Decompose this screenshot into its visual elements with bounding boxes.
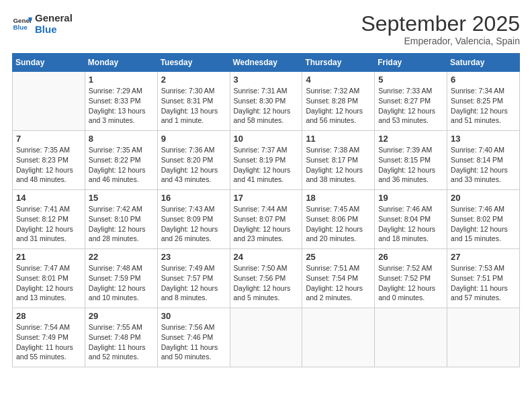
day-number: 26 (378, 252, 443, 262)
calendar-cell: 18Sunrise: 7:45 AMSunset: 8:06 PMDayligh… (302, 190, 375, 249)
day-info: Sunrise: 7:45 AMSunset: 8:06 PMDaylight:… (306, 204, 371, 244)
day-info: Sunrise: 7:48 AMSunset: 7:59 PMDaylight:… (89, 263, 154, 303)
day-number: 22 (89, 252, 154, 262)
calendar-cell: 21Sunrise: 7:47 AMSunset: 8:01 PMDayligh… (13, 249, 85, 308)
day-number: 21 (16, 252, 81, 262)
calendar-week-1: 1Sunrise: 7:29 AMSunset: 8:33 PMDaylight… (13, 72, 520, 131)
svg-text:Blue: Blue (13, 24, 28, 31)
day-info: Sunrise: 7:56 AMSunset: 7:46 PMDaylight:… (161, 322, 226, 362)
calendar-cell: 3Sunrise: 7:31 AMSunset: 8:30 PMDaylight… (230, 72, 302, 131)
calendar-cell: 13Sunrise: 7:40 AMSunset: 8:14 PMDayligh… (447, 131, 520, 190)
day-info: Sunrise: 7:34 AMSunset: 8:25 PMDaylight:… (451, 86, 516, 126)
day-info: Sunrise: 7:51 AMSunset: 7:54 PMDaylight:… (306, 263, 371, 303)
day-number: 10 (234, 134, 299, 144)
day-number: 7 (16, 134, 81, 144)
calendar-cell: 6Sunrise: 7:34 AMSunset: 8:25 PMDaylight… (447, 72, 520, 131)
day-number: 19 (378, 193, 443, 203)
calendar-cell (447, 308, 520, 367)
logo-blue: Blue (35, 24, 73, 35)
day-info: Sunrise: 7:37 AMSunset: 8:19 PMDaylight:… (234, 145, 299, 185)
calendar-cell: 7Sunrise: 7:35 AMSunset: 8:23 PMDaylight… (13, 131, 85, 190)
day-info: Sunrise: 7:44 AMSunset: 8:07 PMDaylight:… (234, 204, 299, 244)
day-info: Sunrise: 7:43 AMSunset: 8:09 PMDaylight:… (161, 204, 226, 244)
header-sunday: Sunday (13, 54, 85, 72)
day-number: 9 (161, 134, 226, 144)
day-number: 2 (161, 75, 226, 85)
calendar-cell: 10Sunrise: 7:37 AMSunset: 8:19 PMDayligh… (230, 131, 302, 190)
day-number: 18 (306, 193, 371, 203)
calendar-table: Sunday Monday Tuesday Wednesday Thursday… (12, 53, 520, 367)
day-info: Sunrise: 7:53 AMSunset: 7:51 PMDaylight:… (451, 263, 516, 303)
calendar-cell: 11Sunrise: 7:38 AMSunset: 8:17 PMDayligh… (302, 131, 375, 190)
calendar-week-3: 14Sunrise: 7:41 AMSunset: 8:12 PMDayligh… (13, 190, 520, 249)
day-info: Sunrise: 7:33 AMSunset: 8:27 PMDaylight:… (378, 86, 443, 126)
calendar-cell: 30Sunrise: 7:56 AMSunset: 7:46 PMDayligh… (157, 308, 230, 367)
calendar-page: General Blue General Blue September 2025… (0, 0, 532, 411)
calendar-cell: 19Sunrise: 7:46 AMSunset: 8:04 PMDayligh… (375, 190, 447, 249)
day-info: Sunrise: 7:36 AMSunset: 8:20 PMDaylight:… (161, 145, 226, 185)
day-number: 5 (378, 75, 443, 85)
header-tuesday: Tuesday (157, 54, 230, 72)
day-number: 14 (16, 193, 81, 203)
day-number: 20 (451, 193, 516, 203)
calendar-cell: 9Sunrise: 7:36 AMSunset: 8:20 PMDaylight… (157, 131, 230, 190)
day-number: 29 (89, 311, 154, 321)
calendar-cell: 12Sunrise: 7:39 AMSunset: 8:15 PMDayligh… (375, 131, 447, 190)
calendar-cell: 14Sunrise: 7:41 AMSunset: 8:12 PMDayligh… (13, 190, 85, 249)
calendar-week-4: 21Sunrise: 7:47 AMSunset: 8:01 PMDayligh… (13, 249, 520, 308)
day-number: 16 (161, 193, 226, 203)
title-area: September 2025 Emperador, Valencia, Spai… (361, 12, 520, 46)
day-number: 1 (89, 75, 154, 85)
day-number: 24 (234, 252, 299, 262)
day-info: Sunrise: 7:31 AMSunset: 8:30 PMDaylight:… (234, 86, 299, 126)
day-number: 11 (306, 134, 371, 144)
calendar-cell: 20Sunrise: 7:46 AMSunset: 8:02 PMDayligh… (447, 190, 520, 249)
day-number: 6 (451, 75, 516, 85)
day-number: 23 (161, 252, 226, 262)
calendar-cell: 26Sunrise: 7:52 AMSunset: 7:52 PMDayligh… (375, 249, 447, 308)
day-info: Sunrise: 7:32 AMSunset: 8:28 PMDaylight:… (306, 86, 371, 126)
calendar-cell: 22Sunrise: 7:48 AMSunset: 7:59 PMDayligh… (85, 249, 157, 308)
day-info: Sunrise: 7:47 AMSunset: 8:01 PMDaylight:… (16, 263, 81, 303)
day-info: Sunrise: 7:35 AMSunset: 8:23 PMDaylight:… (16, 145, 81, 185)
day-number: 27 (451, 252, 516, 262)
calendar-cell: 25Sunrise: 7:51 AMSunset: 7:54 PMDayligh… (302, 249, 375, 308)
calendar-cell: 5Sunrise: 7:33 AMSunset: 8:27 PMDaylight… (375, 72, 447, 131)
day-number: 12 (378, 134, 443, 144)
day-info: Sunrise: 7:39 AMSunset: 8:15 PMDaylight:… (378, 145, 443, 185)
day-info: Sunrise: 7:49 AMSunset: 7:57 PMDaylight:… (161, 263, 226, 303)
calendar-cell: 2Sunrise: 7:30 AMSunset: 8:31 PMDaylight… (157, 72, 230, 131)
calendar-cell (375, 308, 447, 367)
header-monday: Monday (85, 54, 157, 72)
day-info: Sunrise: 7:42 AMSunset: 8:10 PMDaylight:… (89, 204, 154, 244)
calendar-week-5: 28Sunrise: 7:54 AMSunset: 7:49 PMDayligh… (13, 308, 520, 367)
calendar-cell: 15Sunrise: 7:42 AMSunset: 8:10 PMDayligh… (85, 190, 157, 249)
calendar-cell (13, 72, 85, 131)
logo-general: General (35, 12, 73, 24)
day-number: 28 (16, 311, 81, 321)
month-title: September 2025 (361, 12, 520, 36)
calendar-cell (230, 308, 302, 367)
logo: General Blue General Blue (12, 12, 73, 36)
day-info: Sunrise: 7:52 AMSunset: 7:52 PMDaylight:… (378, 263, 443, 303)
day-info: Sunrise: 7:46 AMSunset: 8:02 PMDaylight:… (451, 204, 516, 244)
header-wednesday: Wednesday (230, 54, 302, 72)
day-info: Sunrise: 7:50 AMSunset: 7:56 PMDaylight:… (234, 263, 299, 303)
day-number: 8 (89, 134, 154, 144)
calendar-cell: 28Sunrise: 7:54 AMSunset: 7:49 PMDayligh… (13, 308, 85, 367)
day-number: 15 (89, 193, 154, 203)
calendar-cell (302, 308, 375, 367)
calendar-cell: 16Sunrise: 7:43 AMSunset: 8:09 PMDayligh… (157, 190, 230, 249)
calendar-cell: 17Sunrise: 7:44 AMSunset: 8:07 PMDayligh… (230, 190, 302, 249)
day-info: Sunrise: 7:46 AMSunset: 8:04 PMDaylight:… (378, 204, 443, 244)
calendar-cell: 8Sunrise: 7:35 AMSunset: 8:22 PMDaylight… (85, 131, 157, 190)
day-info: Sunrise: 7:29 AMSunset: 8:33 PMDaylight:… (89, 86, 154, 126)
day-number: 25 (306, 252, 371, 262)
day-number: 4 (306, 75, 371, 85)
day-info: Sunrise: 7:38 AMSunset: 8:17 PMDaylight:… (306, 145, 371, 185)
calendar-cell: 4Sunrise: 7:32 AMSunset: 8:28 PMDaylight… (302, 72, 375, 131)
header-friday: Friday (375, 54, 447, 72)
day-number: 30 (161, 311, 226, 321)
weekday-header-row: Sunday Monday Tuesday Wednesday Thursday… (13, 54, 520, 72)
day-info: Sunrise: 7:55 AMSunset: 7:48 PMDaylight:… (89, 322, 154, 362)
